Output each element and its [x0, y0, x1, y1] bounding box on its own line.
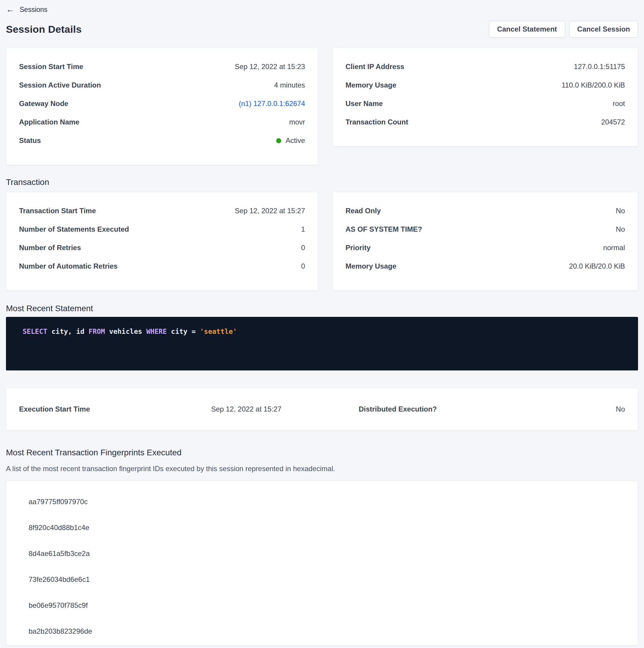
txn-row-memory-usage: Memory Usage 20.0 KiB/20.0 KiB	[346, 257, 625, 275]
transaction-info-card: Transaction Start Time Sep 12, 2022 at 1…	[6, 192, 318, 291]
row-value: 0	[301, 244, 305, 252]
row-value: movr	[289, 118, 305, 126]
row-label: Number of Statements Executed	[19, 225, 129, 233]
row-value: 0	[301, 262, 305, 270]
row-label: Memory Usage	[346, 262, 396, 270]
fingerprint-item: 73fe26034bd6e6c1	[28, 566, 638, 592]
row-value: 127.0.0.1:51175	[574, 62, 625, 71]
sql-token-keyword: SELECT	[22, 328, 52, 335]
row-value: root	[613, 100, 625, 108]
sql-token-keyword: WHERE	[146, 328, 171, 335]
sql-token-plain: city =	[171, 328, 200, 335]
txn-row-as-of-system-time: AS OF SYSTEM TIME? No	[346, 220, 625, 238]
txn-row-statements-executed: Number of Statements Executed 1	[19, 220, 305, 238]
statement-section-heading: Most Recent Statement	[6, 304, 638, 313]
row-label: Transaction Start Time	[19, 207, 96, 215]
sql-statement-block: SELECT city, id FROM vehicles WHERE city…	[6, 317, 638, 371]
row-label: User Name	[346, 100, 383, 108]
transaction-summary-row: Transaction Start Time Sep 12, 2022 at 1…	[6, 192, 638, 291]
txn-row-retries: Number of Retries 0	[19, 238, 305, 257]
gateway-node-link[interactable]: (n1) 127.0.0.1:62674	[239, 100, 305, 108]
fingerprint-item: aa79775ff097970c	[28, 489, 638, 515]
sql-token-keyword: FROM	[89, 328, 109, 335]
distributed-execution-label: Distributed Execution?	[322, 405, 473, 413]
fingerprint-item: ba2b203b823296de	[28, 618, 638, 644]
session-row-gateway-node: Gateway Node (n1) 127.0.0.1:62674	[19, 94, 305, 113]
transaction-props-card: Read Only No AS OF SYSTEM TIME? No Prior…	[333, 192, 638, 291]
session-row-status: Status Active	[19, 131, 305, 150]
distributed-execution-value: No	[473, 405, 625, 413]
client-info-card: Client IP Address 127.0.0.1:51175 Memory…	[333, 48, 638, 147]
session-actions: Cancel Statement Cancel Session	[489, 21, 638, 38]
row-value: No	[616, 225, 625, 233]
txn-row-read-only: Read Only No	[346, 202, 625, 220]
row-value: normal	[603, 244, 625, 252]
back-arrow-icon: ←	[6, 5, 14, 14]
row-value: Sep 12, 2022 at 15:23	[235, 62, 305, 71]
row-label: Transaction Count	[346, 118, 408, 126]
status-text: Active	[286, 137, 305, 145]
breadcrumb-back-link[interactable]: ← Sessions	[6, 4, 638, 15]
row-label: Memory Usage	[346, 81, 396, 89]
sql-token-plain: city, id	[52, 328, 89, 335]
breadcrumb-label: Sessions	[20, 6, 47, 14]
txn-row-auto-retries: Number of Automatic Retries 0	[19, 257, 305, 275]
sql-token-plain: vehicles	[109, 328, 147, 335]
row-label: Client IP Address	[346, 62, 404, 71]
session-summary-row: Session Start Time Sep 12, 2022 at 15:23…	[6, 48, 638, 165]
fingerprint-item: 8d4ae61a5fb3ce2a	[28, 540, 638, 566]
row-label: Session Start Time	[19, 62, 83, 71]
row-label: Status	[19, 137, 41, 145]
row-label: Session Active Duration	[19, 81, 101, 89]
row-value: 20.0 KiB/20.0 KiB	[569, 262, 625, 270]
transaction-section-heading: Transaction	[6, 177, 638, 187]
row-label: AS OF SYSTEM TIME?	[346, 225, 422, 233]
title-bar: Session Details Cancel Statement Cancel …	[6, 21, 638, 38]
session-info-card: Session Start Time Sep 12, 2022 at 15:23…	[6, 48, 318, 165]
fingerprints-card: aa79775ff097970c 8f920c40d88b1c4e 8d4ae6…	[6, 481, 638, 646]
cancel-statement-button[interactable]: Cancel Statement	[489, 21, 565, 38]
fingerprints-section-heading: Most Recent Transaction Fingerprints Exe…	[6, 448, 638, 457]
fingerprints-description: A list of the most recent transaction fi…	[6, 465, 638, 473]
row-value: 1	[301, 225, 305, 233]
row-label: Gateway Node	[19, 100, 68, 108]
row-value: No	[616, 207, 625, 215]
session-row-start-time: Session Start Time Sep 12, 2022 at 15:23	[19, 57, 305, 76]
row-value: 204572	[601, 118, 625, 126]
client-row-ip: Client IP Address 127.0.0.1:51175	[346, 57, 625, 76]
row-label: Priority	[346, 244, 370, 252]
client-row-user: User Name root	[346, 94, 625, 113]
row-value: 4 minutes	[274, 81, 305, 89]
page-title: Session Details	[6, 23, 81, 35]
fingerprint-item: be06e9570f785c9f	[28, 592, 638, 618]
session-details-page: ← Sessions Session Details Cancel Statem…	[0, 0, 644, 646]
session-row-application-name: Application Name movr	[19, 113, 305, 131]
txn-row-priority: Priority normal	[346, 238, 625, 257]
row-label: Application Name	[19, 118, 79, 126]
execution-start-value: Sep 12, 2022 at 15:27	[171, 405, 322, 413]
execution-summary-card: Execution Start Time Sep 12, 2022 at 15:…	[6, 388, 638, 431]
client-row-txn-count: Transaction Count 204572	[346, 113, 625, 131]
session-row-active-duration: Session Active Duration 4 minutes	[19, 76, 305, 94]
execution-start-label: Execution Start Time	[19, 405, 171, 413]
client-row-memory: Memory Usage 110.0 KiB/200.0 KiB	[346, 76, 625, 94]
row-label: Number of Retries	[19, 244, 81, 252]
status-badge: Active	[276, 137, 305, 145]
txn-row-start-time: Transaction Start Time Sep 12, 2022 at 1…	[19, 202, 305, 220]
row-label: Number of Automatic Retries	[19, 262, 118, 270]
sql-token-string: 'seattle'	[200, 328, 237, 335]
row-value: Sep 12, 2022 at 15:27	[235, 207, 305, 215]
fingerprint-item: 8f920c40d88b1c4e	[28, 515, 638, 540]
status-active-dot-icon	[276, 138, 281, 143]
row-value: 110.0 KiB/200.0 KiB	[562, 81, 625, 89]
row-label: Read Only	[346, 207, 381, 215]
cancel-session-button[interactable]: Cancel Session	[569, 21, 638, 38]
